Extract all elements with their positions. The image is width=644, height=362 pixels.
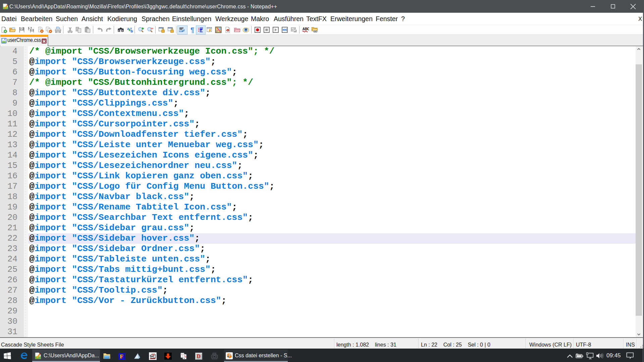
svg-text:F: F: [120, 353, 123, 360]
svg-text:¶: ¶: [191, 26, 194, 33]
svg-text:ABC: ABC: [303, 27, 309, 31]
svg-text:b: b: [131, 29, 133, 34]
svg-text:D: D: [197, 353, 201, 359]
svg-text:a: a: [127, 26, 129, 31]
